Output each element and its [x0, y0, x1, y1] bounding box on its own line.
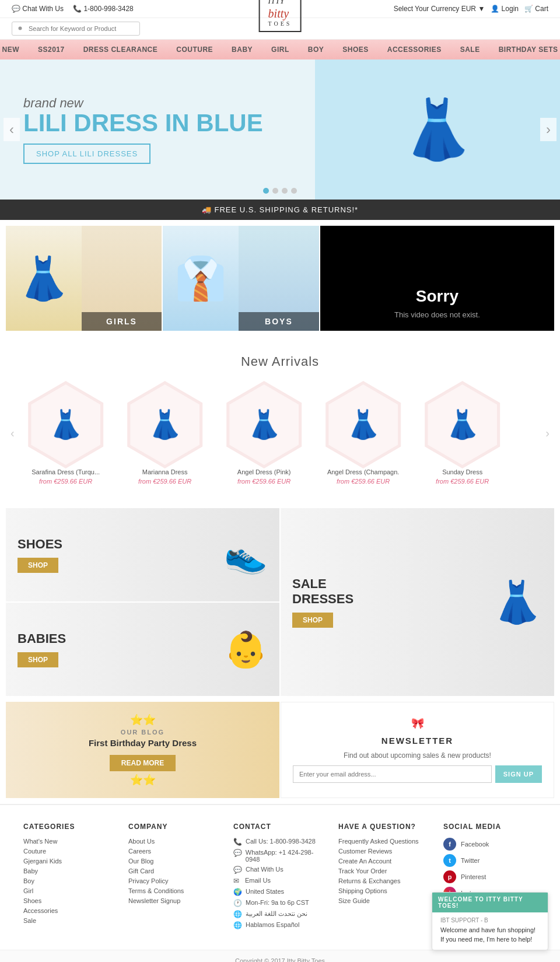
- category-blocks: 👗 GIRLS 👔 BOYS Sorry This video does not…: [0, 220, 560, 337]
- phone-icon: 📞: [233, 838, 242, 846]
- footer-company-giftcard[interactable]: Gift Card: [128, 867, 222, 874]
- footer-returns[interactable]: Returns & Exchanges: [338, 877, 432, 884]
- hero-content: brand new LILI DRESS IN BLUE SHOP ALL LI…: [0, 78, 315, 181]
- product-image-2: 👗: [125, 384, 205, 465]
- babies-promo[interactable]: BABIES SHOP 👶: [6, 603, 279, 696]
- product-card-5[interactable]: 👗 Sunday Dress from €259.66 EUR: [416, 381, 509, 485]
- footer-contact-chat[interactable]: 💬 Chat With Us: [233, 866, 327, 874]
- globe-icon: 🌍: [233, 888, 242, 896]
- products-next-arrow[interactable]: ›: [541, 426, 554, 440]
- hero-dot-2[interactable]: [272, 188, 278, 194]
- girls-category[interactable]: 👗 GIRLS: [6, 226, 162, 331]
- hero-prev-arrow[interactable]: ‹: [4, 118, 20, 141]
- copyright-bar: Copyright © 2017 Itty Bitty Toes: [0, 950, 560, 962]
- footer-cat-boy[interactable]: Boy: [23, 877, 117, 884]
- footer-cat-accessories[interactable]: Accessories: [23, 907, 117, 914]
- newsletter-form: SIGN UP: [293, 765, 542, 783]
- product-image-3: 👗: [224, 384, 304, 465]
- footer-cat-couture[interactable]: Couture: [23, 848, 117, 855]
- footer-categories: CATEGORIES What's New Couture Gjergani K…: [23, 823, 117, 932]
- nav-shoes[interactable]: SHOES: [333, 40, 378, 60]
- product-card-1[interactable]: 👗 Sarafina Dress (Turqu... from €259.66 …: [19, 381, 113, 485]
- sale-shop-btn[interactable]: SHOP: [292, 613, 333, 628]
- boys-category[interactable]: 👔 BOYS: [163, 226, 318, 331]
- footer-company-newsletter[interactable]: Newsletter Signup: [128, 897, 222, 904]
- blog-promo[interactable]: ⭐⭐ OUR BLOG First Birthday Party Dress R…: [6, 702, 279, 798]
- shoes-promo-content: SHOES SHOP: [18, 537, 62, 573]
- currency-label: Select Your Currency EUR ▼: [394, 5, 485, 13]
- chat-with-us[interactable]: 💬 Chat With Us: [12, 5, 64, 13]
- shoes-promo[interactable]: SHOES SHOP 👟: [6, 508, 279, 601]
- footer-company-terms[interactable]: Terms & Conditions: [128, 887, 222, 894]
- product-card-4[interactable]: 👗 Angel Dress (Champagn. from €259.66 EU…: [317, 381, 410, 485]
- footer-company-title: COMPANY: [128, 823, 222, 831]
- nav-new[interactable]: NEW: [0, 40, 29, 60]
- nav-sale[interactable]: SALE: [451, 40, 489, 60]
- footer-contact-phone: 📞 Call Us: 1-800-998-3428: [233, 838, 327, 846]
- nav-boy[interactable]: BOY: [299, 40, 334, 60]
- blog-read-more-btn[interactable]: READ MORE: [110, 755, 176, 771]
- footer-contact-arabic: 🌐 نحن نتحدث اللغة العربية: [233, 910, 327, 918]
- blog-newsletter-grid: ⭐⭐ OUR BLOG First Birthday Party Dress R…: [0, 702, 560, 804]
- cart-button[interactable]: 🛒 Cart: [524, 5, 548, 13]
- product-name-5: Sunday Dress: [416, 468, 509, 475]
- nav-couture[interactable]: COUTURE: [167, 40, 222, 60]
- promo-grid: SHOES SHOP 👟 SALE DRESSES SHOP 👗 BABIES …: [0, 502, 560, 702]
- spanish-icon: 🌐: [233, 921, 242, 929]
- social-facebook[interactable]: f Facebook: [443, 838, 537, 851]
- newsletter-email-input[interactable]: [293, 765, 492, 783]
- footer-company-blog[interactable]: Our Blog: [128, 858, 222, 865]
- hero-big-text: LILI DRESS IN BLUE: [23, 111, 292, 135]
- footer-cat-gjergani[interactable]: Gjergani Kids: [23, 858, 117, 865]
- hero-next-arrow[interactable]: ›: [540, 118, 556, 141]
- logo-text: ITTY bitty TOES: [268, 0, 292, 27]
- footer-cat-whats-new[interactable]: What's New: [23, 838, 117, 845]
- newsletter-signup-btn[interactable]: SIGN UP: [495, 765, 542, 783]
- login-button[interactable]: 👤 Login: [491, 5, 519, 13]
- product-hex-1: 👗: [22, 381, 110, 468]
- hero-dot-1[interactable]: [263, 188, 269, 194]
- footer-cat-sale[interactable]: Sale: [23, 917, 117, 924]
- search-input[interactable]: [12, 22, 140, 36]
- product-card-2[interactable]: 👗 Marianna Dress from €259.66 EUR: [118, 381, 212, 485]
- nav-ss2017[interactable]: SS2017: [29, 40, 74, 60]
- facebook-icon: f: [443, 838, 456, 851]
- footer-reviews[interactable]: Customer Reviews: [338, 848, 432, 855]
- footer-company-privacy[interactable]: Privacy Policy: [128, 877, 222, 884]
- footer-social-title: SOCIAL MEDIA: [443, 823, 537, 831]
- top-right: Select Your Currency EUR ▼ 👤 Login 🛒 Car…: [394, 5, 548, 13]
- product-card-3[interactable]: 👗 Angel Dress (Pink) from €259.66 EUR: [218, 381, 311, 485]
- product-price-4: from €259.66 EUR: [317, 478, 410, 485]
- social-pinterest[interactable]: p Pinterest: [443, 870, 537, 883]
- footer-shipping-options[interactable]: Shipping Options: [338, 887, 432, 894]
- footer-company-about[interactable]: About Us: [128, 838, 222, 845]
- hero-image: 👗: [315, 60, 560, 200]
- shoes-shop-btn[interactable]: SHOP: [18, 558, 58, 573]
- footer-create-account[interactable]: Create An Account: [338, 858, 432, 865]
- footer-track-order[interactable]: Track Your Order: [338, 867, 432, 874]
- hero-shop-button[interactable]: SHOP ALL LILI DRESSES: [23, 144, 150, 164]
- footer-cat-girl[interactable]: Girl: [23, 887, 117, 894]
- nav-birthday-sets[interactable]: BIRTHDAY SETS: [489, 40, 560, 60]
- footer-size-guide[interactable]: Size Guide: [338, 897, 432, 904]
- nav-baby[interactable]: BABY: [222, 40, 262, 60]
- products-prev-arrow[interactable]: ‹: [6, 426, 19, 440]
- hero-dot-3[interactable]: [282, 188, 288, 194]
- chat-bubble-header: WELCOME TO ITTY BITTY TOES!: [432, 893, 548, 912]
- social-twitter[interactable]: t Twitter: [443, 854, 537, 867]
- sale-image: 👗: [354, 578, 542, 626]
- logo-area[interactable]: 🎀 ITTY bitty TOES: [259, 0, 302, 32]
- footer-faq[interactable]: Frequently Asked Questions: [338, 838, 432, 845]
- footer-cat-baby[interactable]: Baby: [23, 867, 117, 874]
- babies-shop-btn[interactable]: SHOP: [18, 652, 58, 667]
- footer-company-careers[interactable]: Careers: [128, 848, 222, 855]
- footer-contact-email[interactable]: ✉ Email Us: [233, 877, 327, 885]
- nav-girl[interactable]: GIRL: [262, 40, 299, 60]
- footer-contact-whatsapp: 💬 WhatsApp: +1 424-298-0948: [233, 849, 327, 863]
- footer-cat-shoes[interactable]: Shoes: [23, 897, 117, 904]
- hero-dot-4[interactable]: [291, 188, 297, 194]
- nav-accessories[interactable]: ACCESSORIES: [378, 40, 451, 60]
- sale-promo[interactable]: SALE DRESSES SHOP 👗: [281, 508, 554, 696]
- chat-bubble[interactable]: WELCOME TO ITTY BITTY TOES! IBT SUPPORT …: [432, 892, 548, 950]
- nav-dress-clearance[interactable]: DRESS CLEARANCE: [74, 40, 167, 60]
